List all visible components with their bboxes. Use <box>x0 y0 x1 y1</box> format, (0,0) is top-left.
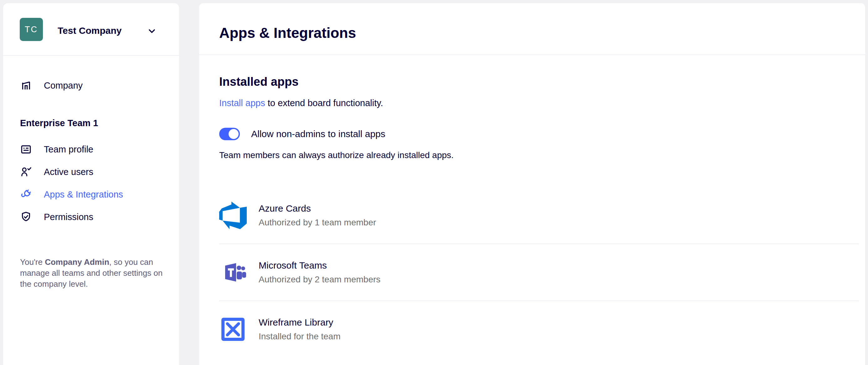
sidebar-item-label: Company <box>44 80 83 91</box>
sidebar-item-active-users[interactable]: Active users <box>3 161 179 183</box>
wireframe-library-icon <box>219 316 247 343</box>
company-avatar: TC <box>20 18 43 41</box>
chevron-down-icon[interactable] <box>148 29 155 34</box>
install-apps-line: Install apps to extend board functionali… <box>219 98 859 108</box>
app-row-wireframe-library[interactable]: Wireframe Library Installed for the team <box>219 301 859 358</box>
sidebar-item-label: Active users <box>44 167 93 177</box>
company-name: Test Company <box>58 3 122 55</box>
sidebar-item-label: Apps & Integrations <box>44 189 123 200</box>
panel-header: Apps & Integrations <box>199 3 865 55</box>
toggle-helper-text: Team members can always authorize alread… <box>219 150 859 160</box>
sidebar-item-permissions[interactable]: Permissions <box>3 206 179 228</box>
app-info: Azure Cards Authorized by 1 team member <box>259 203 376 228</box>
sidebar-item-team-profile[interactable]: Team profile <box>3 138 179 161</box>
admin-note-prefix: You're <box>20 257 45 267</box>
team-section-label: Enterprise Team 1 <box>20 118 179 129</box>
building-icon <box>20 79 32 91</box>
id-card-icon <box>20 143 32 155</box>
install-apps-link[interactable]: Install apps <box>219 98 265 108</box>
panel-content: Installed apps Install apps to extend bo… <box>199 75 865 358</box>
apps-integrations-panel: Apps & Integrations Installed apps Insta… <box>199 3 865 365</box>
app-info: Wireframe Library Installed for the team <box>259 317 340 341</box>
app-status: Authorized by 2 team members <box>259 274 380 285</box>
installed-apps-list: Azure Cards Authorized by 1 team member <box>219 187 859 358</box>
company-switcher[interactable]: TC Test Company <box>3 3 179 56</box>
admin-role-note: You're Company Admin, so you can manage … <box>20 257 168 290</box>
plug-icon <box>20 189 32 200</box>
page-title: Apps & Integrations <box>219 25 356 41</box>
app-name: Azure Cards <box>259 203 376 214</box>
sidebar-item-label: Permissions <box>44 212 93 222</box>
app-row-microsoft-teams[interactable]: Microsoft Teams Authorized by 2 team mem… <box>219 244 859 301</box>
sidebar-item-label: Team profile <box>44 144 93 155</box>
allow-non-admins-row: Allow non-admins to install apps <box>219 128 859 140</box>
settings-sidebar: TC Test Company Company Enterprise Team … <box>3 3 179 365</box>
toggle-label: Allow non-admins to install apps <box>251 129 385 139</box>
sidebar-item-company[interactable]: Company <box>3 74 179 97</box>
app-status: Installed for the team <box>259 332 340 341</box>
install-apps-line-rest: to extend board functionality. <box>265 98 383 108</box>
app-row-azure-cards[interactable]: Azure Cards Authorized by 1 team member <box>219 187 859 244</box>
toggle-knob <box>228 129 239 139</box>
allow-non-admins-toggle[interactable] <box>219 128 240 140</box>
installed-apps-heading: Installed apps <box>219 75 859 89</box>
microsoft-teams-icon <box>219 259 247 286</box>
app-info: Microsoft Teams Authorized by 2 team mem… <box>259 260 380 285</box>
shield-check-icon <box>20 211 32 223</box>
app-name: Wireframe Library <box>259 317 340 328</box>
azure-devops-icon <box>219 202 247 229</box>
sidebar-item-apps-integrations[interactable]: Apps & Integrations <box>3 183 179 206</box>
user-check-icon <box>20 166 32 178</box>
sidebar-nav: Company Enterprise Team 1 Team profile A… <box>3 74 179 228</box>
app-name: Microsoft Teams <box>259 260 380 271</box>
admin-role: Company Admin <box>45 257 109 267</box>
app-status: Authorized by 1 team member <box>259 218 376 228</box>
